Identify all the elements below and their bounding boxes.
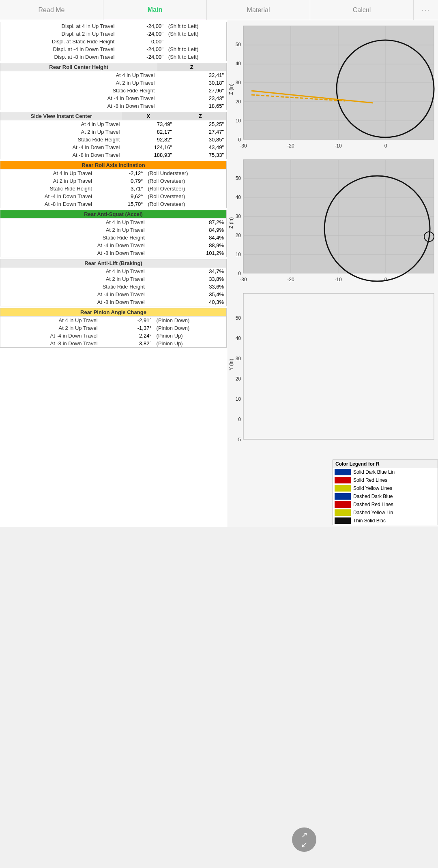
- cell-value: 33,6%: [147, 283, 227, 291]
- svg-text:10: 10: [236, 118, 241, 124]
- cell-label: At -4 in Down Travel: [0, 143, 122, 151]
- table-row: At 2 in Up Travel 84,9%: [0, 226, 227, 234]
- cell-z: 30,85": [174, 136, 227, 143]
- cell-value: 0,00": [117, 38, 166, 45]
- section-header-anti-squat: Rear Anti-Squat (Accel): [0, 210, 227, 218]
- svg-text:-10: -10: [335, 143, 342, 149]
- chart-bottom-svg: -5 0 10 20 30 40 50 Y (in): [227, 289, 438, 451]
- cell-label: At -8 in Down Travel: [0, 102, 157, 110]
- svg-text:30: 30: [236, 356, 241, 361]
- legend-title: Color Legend for R: [333, 460, 438, 468]
- cell-note: (Shift to Left): [166, 30, 227, 38]
- cell-z: 75,33": [174, 151, 227, 159]
- cell-value: -24,00": [117, 30, 166, 38]
- cell-label: Static Ride Height: [0, 87, 157, 94]
- cell-label: At 4 in Up Travel: [0, 169, 94, 177]
- cell-label: At -4 in Down Travel: [0, 332, 100, 340]
- legend-item-solid-red: Solid Red Lines: [333, 476, 438, 484]
- cell-label: At 4 in Up Travel: [0, 71, 157, 79]
- anti-squat-table: Rear Anti-Squat (Accel) At 4 in Up Trave…: [0, 210, 227, 257]
- svg-text:-5: -5: [236, 437, 241, 443]
- cell-note: (Pinion Up): [154, 332, 227, 340]
- svg-text:Z (in): Z (in): [228, 83, 234, 95]
- cell-x: 82,17": [122, 128, 174, 136]
- svg-text:40: 40: [236, 195, 241, 200]
- cell-value: 87,2%: [147, 218, 227, 227]
- cell-value: -24,00": [117, 45, 166, 53]
- legend-label-thin-solid: Thin Solid Blac: [353, 518, 386, 524]
- table-row: At -8 in Down Travel 15,70° (Roll Overst…: [0, 200, 227, 208]
- cell-x: 92,82": [122, 136, 174, 143]
- cell-value: 84,4%: [147, 234, 227, 242]
- cell-label: At 4 in Up Travel: [0, 267, 147, 276]
- chart-bottom: -5 0 10 20 30 40 50 Y (in): [227, 289, 438, 451]
- cell-value: 32,41": [157, 71, 227, 79]
- section-header-side-view: Side View Instant Center: [0, 112, 122, 120]
- side-view-table: Side View Instant Center X Z At 4 in Up …: [0, 112, 227, 159]
- table-row: At 2 in Up Travel -1,37° (Pinion Down): [0, 324, 227, 332]
- cell-note: (Roll Oversteer): [145, 200, 226, 208]
- legend-color-solid-red: [335, 477, 351, 483]
- cell-label: Static Ride Height: [0, 283, 147, 291]
- table-row: At 2 in Up Travel 82,17" 27,47": [0, 128, 227, 136]
- svg-text:-30: -30: [240, 143, 247, 149]
- table-row: At -4 in Down Travel 35,4%: [0, 291, 227, 298]
- chart-top-svg: 0 10 20 30 40 50 -30 -20 -10 0 Z (in): [227, 22, 438, 152]
- tab-calcul[interactable]: Calcul: [310, 0, 414, 20]
- chart-mid-svg: 0 10 20 30 40 50 -30 -20 -10 0 Z (in): [227, 156, 438, 285]
- table-row: At -4 in Down Travel 9,62° (Roll Overste…: [0, 192, 227, 200]
- legend-label-solid-yellow: Solid Yellow Lines: [353, 485, 392, 491]
- svg-text:0: 0: [384, 143, 387, 149]
- tab-main[interactable]: Main: [103, 0, 207, 21]
- cell-z: 43,49": [174, 143, 227, 151]
- cell-label: Static Ride Height: [0, 136, 122, 143]
- svg-text:0: 0: [238, 271, 241, 276]
- legend-item-solid-dark-blue: Solid Dark Blue Lin: [333, 468, 438, 476]
- section-header-roll-axis: Rear Roll Axis Inclination: [0, 161, 227, 169]
- tab-material[interactable]: Material: [207, 0, 310, 20]
- table-row: At 2 in Up Travel 30,18": [0, 79, 227, 87]
- svg-text:20: 20: [236, 99, 241, 105]
- table-row: At -8 in Down Travel 3,82° (Pinion Up): [0, 340, 227, 348]
- legend-label-dashed-yellow: Dashed Yellow Lin: [353, 510, 393, 515]
- cell-label: Static Ride Height: [0, 234, 147, 242]
- svg-rect-45: [243, 293, 434, 439]
- table-row: At 4 in Up Travel 73,49" 25,25": [0, 120, 227, 128]
- legend-item-dashed-red: Dashed Red Lines: [333, 500, 438, 509]
- cell-label: At 2 in Up Travel: [0, 324, 100, 332]
- svg-text:20: 20: [236, 233, 241, 238]
- anti-lift-table: Rear Anti-Lift (Braking) At 4 in Up Trav…: [0, 259, 227, 306]
- legend-item-dashed-yellow: Dashed Yellow Lin: [333, 509, 438, 517]
- nav-button[interactable]: ↗↙: [292, 827, 316, 852]
- cell-x: 188,93": [122, 151, 174, 159]
- cell-label: Disp. at -8 in Down Travel: [0, 53, 117, 61]
- cell-value: 30,18": [157, 79, 227, 87]
- col-header-z: Z: [174, 112, 227, 120]
- cell-label: At -8 in Down Travel: [0, 200, 94, 208]
- cell-label: Static Ride Height: [0, 185, 94, 192]
- cell-value: -24,00": [117, 53, 166, 61]
- cell-x: 73,49": [122, 120, 174, 128]
- legend-label-dashed-dark-blue: Dashed Dark Blue: [353, 494, 393, 499]
- legend-color-solid-dark-blue: [335, 469, 351, 475]
- tab-more[interactable]: ···: [414, 6, 438, 14]
- svg-text:-20: -20: [287, 277, 294, 282]
- tab-read-me[interactable]: Read Me: [0, 0, 103, 20]
- content-area: Displ. at 4 in Up Travel -24,00" (Shift …: [0, 20, 438, 527]
- table-row: At 2 in Up Travel 0,79° (Roll Oversteer): [0, 177, 227, 185]
- cell-note: (Roll Oversteer): [145, 185, 226, 192]
- legend-item-dashed-dark-blue: Dashed Dark Blue: [333, 492, 438, 500]
- cell-value: 0,79°: [94, 177, 146, 185]
- cell-value: 9,62°: [94, 192, 146, 200]
- tab-bar: Read Me Main Material Calcul ···: [0, 0, 438, 20]
- col-header-x: X: [122, 112, 174, 120]
- cell-label: Displ. at 4 in Up Travel: [0, 22, 117, 30]
- cell-note: (Roll Oversteer): [145, 192, 226, 200]
- cell-label: At -8 in Down Travel: [0, 298, 147, 306]
- nav-icon: ↗↙: [301, 830, 308, 849]
- legend-color-dashed-red: [335, 501, 351, 508]
- table-row: Side View Instant Center X Z: [0, 112, 227, 120]
- cell-note: (Shift to Left): [166, 53, 227, 61]
- cell-label: At 2 in Up Travel: [0, 128, 122, 136]
- table-row: Static Ride Height 27,96": [0, 87, 227, 94]
